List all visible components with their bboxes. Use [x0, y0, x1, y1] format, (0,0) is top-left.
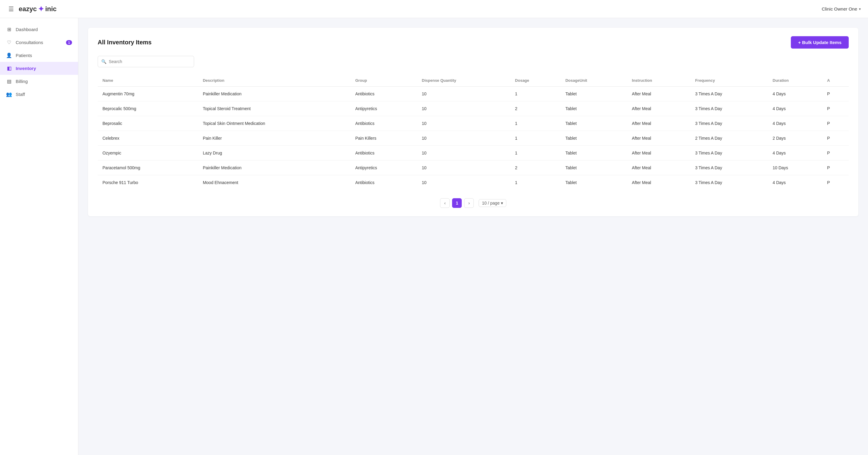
cell-dosage: 1 — [510, 175, 561, 190]
billing-icon: ▤ — [6, 79, 12, 84]
col-header-name: Name — [98, 75, 198, 87]
cell-group: Antibiotics — [350, 146, 417, 161]
page-size-selector[interactable]: 10 / page ▾ — [478, 199, 506, 207]
cell-description: Painkiller Medication — [198, 161, 350, 175]
card-header: All Inventory Items + Bulk Update Items — [98, 36, 849, 49]
app-body: ⊞ Dashboard ♡ Consultations 1 👤 Patients… — [0, 18, 868, 455]
app-logo: eazyc✦inic — [19, 5, 57, 13]
cell-dispense-quantity: 10 — [417, 175, 510, 190]
cell-a: P — [822, 146, 849, 161]
logo-area: ☰ eazyc✦inic — [7, 4, 57, 14]
col-header-instruction: Instruction — [627, 75, 690, 87]
cell-dosageunit: Tablet — [561, 116, 627, 131]
sidebar-item-patients[interactable]: 👤 Patients — [0, 49, 78, 62]
table-wrapper: NameDescriptionGroupDispense QuantityDos… — [98, 75, 849, 190]
cell-dispense-quantity: 10 — [417, 87, 510, 102]
col-header-duration: Duration — [768, 75, 823, 87]
cell-duration: 4 Days — [768, 116, 823, 131]
cell-name: Ozyempic — [98, 146, 198, 161]
sidebar: ⊞ Dashboard ♡ Consultations 1 👤 Patients… — [0, 18, 79, 455]
col-header-dosageunit: DosageUnit — [561, 75, 627, 87]
cell-instruction: After Meal — [627, 87, 690, 102]
col-header-dosage: Dosage — [510, 75, 561, 87]
bulk-update-button[interactable]: + Bulk Update Items — [791, 36, 849, 49]
cell-instruction: After Meal — [627, 175, 690, 190]
search-wrapper: 🔍 — [98, 56, 194, 67]
sidebar-item-label: Patients — [16, 53, 32, 58]
search-input[interactable] — [98, 56, 194, 67]
inventory-icon: ◧ — [6, 65, 12, 71]
cell-a: P — [822, 87, 849, 102]
sidebar-item-label: Dashboard — [16, 27, 38, 32]
cell-dispense-quantity: 10 — [417, 131, 510, 146]
patients-icon: 👤 — [6, 53, 12, 58]
cell-dispense-quantity: 10 — [417, 102, 510, 116]
pagination: ‹ 1 › 10 / page ▾ — [98, 198, 849, 208]
cell-group: Antibiotics — [350, 175, 417, 190]
page-size-chevron: ▾ — [501, 201, 503, 205]
main-content: All Inventory Items + Bulk Update Items … — [79, 18, 868, 455]
cell-dosage: 2 — [510, 161, 561, 175]
page-1-button[interactable]: 1 — [452, 198, 462, 208]
cell-a: P — [822, 175, 849, 190]
sidebar-item-inventory[interactable]: ◧ Inventory — [0, 62, 78, 75]
cell-group: Pain Killers — [350, 131, 417, 146]
table-row[interactable]: Beprocalic 500mgTopical Steroid Treatmen… — [98, 102, 849, 116]
sidebar-item-label: Staff — [16, 92, 25, 97]
sidebar-item-label: Inventory — [16, 66, 36, 71]
next-page-button[interactable]: › — [464, 198, 474, 208]
cell-instruction: After Meal — [627, 131, 690, 146]
cell-description: Mood Ehnacement — [198, 175, 350, 190]
logo-icon: ✦ — [38, 5, 44, 13]
cell-a: P — [822, 102, 849, 116]
cell-a: P — [822, 116, 849, 131]
hamburger-button[interactable]: ☰ — [7, 4, 15, 14]
logo-text-after: inic — [45, 5, 57, 13]
col-header-group: Group — [350, 75, 417, 87]
cell-dosageunit: Tablet — [561, 87, 627, 102]
cell-name: Porsche 911 Turbo — [98, 175, 198, 190]
cell-frequency: 3 Times A Day — [690, 116, 768, 131]
table-row[interactable]: CelebrexPain KillerPain Killers101Tablet… — [98, 131, 849, 146]
sidebar-item-billing[interactable]: ▤ Billing — [0, 75, 78, 88]
table-row[interactable]: OzyempicLazy DrugAntibiotics101TabletAft… — [98, 146, 849, 161]
table-row[interactable]: Porsche 911 TurboMood EhnacementAntibiot… — [98, 175, 849, 190]
page-title: All Inventory Items — [98, 39, 152, 46]
table-row[interactable]: Paracetamol 500mgPainkiller MedicationAn… — [98, 161, 849, 175]
sidebar-item-consultations[interactable]: ♡ Consultations 1 — [0, 36, 78, 49]
prev-page-button[interactable]: ‹ — [440, 198, 450, 208]
table-row[interactable]: Augmentin 70mgPainkiller MedicationAntib… — [98, 87, 849, 102]
cell-description: Topical Steroid Treatment — [198, 102, 350, 116]
col-header-dispense-quantity: Dispense Quantity — [417, 75, 510, 87]
cell-name: Celebrex — [98, 131, 198, 146]
cell-dosageunit: Tablet — [561, 175, 627, 190]
cell-group: Antipyretics — [350, 161, 417, 175]
cell-name: Paracetamol 500mg — [98, 161, 198, 175]
cell-name: Beprosalic — [98, 116, 198, 131]
user-menu[interactable]: Clinic Owner One ▾ — [822, 6, 861, 11]
cell-description: Topical Skin Ointment Medication — [198, 116, 350, 131]
cell-instruction: After Meal — [627, 146, 690, 161]
cell-group: Antipyretics — [350, 102, 417, 116]
cell-frequency: 3 Times A Day — [690, 87, 768, 102]
cell-a: P — [822, 161, 849, 175]
cell-dosage: 1 — [510, 146, 561, 161]
inventory-table: NameDescriptionGroupDispense QuantityDos… — [98, 75, 849, 190]
sidebar-item-label: Billing — [16, 79, 28, 84]
logo-text-before: eazyc — [19, 5, 37, 13]
cell-frequency: 2 Times A Day — [690, 131, 768, 146]
cell-duration: 2 Days — [768, 131, 823, 146]
sidebar-item-dashboard[interactable]: ⊞ Dashboard — [0, 23, 78, 36]
col-header-frequency: Frequency — [690, 75, 768, 87]
cell-a: P — [822, 131, 849, 146]
cell-dosage: 1 — [510, 116, 561, 131]
table-row[interactable]: BeprosalicTopical Skin Ointment Medicati… — [98, 116, 849, 131]
user-name: Clinic Owner One — [822, 6, 857, 11]
sidebar-item-staff[interactable]: 👥 Staff — [0, 88, 78, 101]
cell-instruction: After Meal — [627, 102, 690, 116]
col-header-a: A — [822, 75, 849, 87]
cell-duration: 4 Days — [768, 87, 823, 102]
cell-duration: 4 Days — [768, 102, 823, 116]
cell-name: Augmentin 70mg — [98, 87, 198, 102]
cell-duration: 4 Days — [768, 146, 823, 161]
